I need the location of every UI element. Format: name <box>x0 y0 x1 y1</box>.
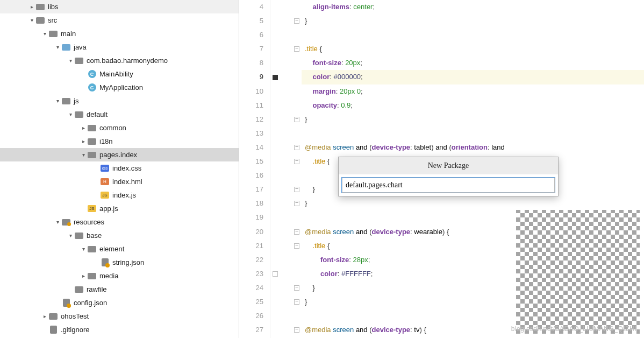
tree-label: pages.index <box>99 151 137 159</box>
tree-item-rawfile[interactable]: rawfile <box>0 283 239 296</box>
qr-code-watermark <box>516 210 640 334</box>
tree-label: string.json <box>112 258 144 266</box>
tree-label: rawfile <box>87 285 107 293</box>
code-editor[interactable]: 4567 891011 12131415 16171819 20212223 2… <box>239 0 644 338</box>
tree-item-i18n[interactable]: ▸i18n <box>0 135 239 148</box>
code-area[interactable]: align-items: center; } .title { font-siz… <box>302 0 644 338</box>
fold-icon[interactable] <box>294 299 299 305</box>
tree-item-indexhml[interactable]: Hindex.hml <box>0 175 239 188</box>
tree-label: ohosTest <box>61 312 89 320</box>
chevron-down-icon: ▾ <box>80 246 87 252</box>
tree-item-package[interactable]: ▾com.badao.harmonydemo <box>0 54 239 67</box>
tree-item-resources[interactable]: ▾resources <box>0 215 239 229</box>
tree-item-media[interactable]: ▸media <box>0 269 239 283</box>
tree-label: index.js <box>112 191 136 199</box>
tree-label: MyApplication <box>99 83 143 91</box>
breakpoint-icon[interactable] <box>273 75 278 80</box>
fold-icon[interactable] <box>294 145 299 150</box>
tree-label: media <box>99 272 118 280</box>
tree-label: main <box>61 30 76 38</box>
fold-icon[interactable] <box>294 187 299 192</box>
chevron-down-icon: ▾ <box>54 44 61 50</box>
marker-gutter <box>270 0 292 338</box>
fold-gutter <box>292 0 302 338</box>
tree-label: common <box>99 124 126 132</box>
tree-label: libs <box>48 3 59 11</box>
tree-item-ohostest[interactable]: ▸ohosTest <box>0 309 239 323</box>
chevron-right-icon: ▸ <box>28 4 35 10</box>
tree-label: java <box>74 43 87 51</box>
js-file-icon: JS <box>101 192 109 199</box>
tree-item-libs[interactable]: ▸libs <box>0 0 239 13</box>
tree-item-stringjson[interactable]: string.json <box>0 256 239 269</box>
fold-icon[interactable] <box>294 18 299 24</box>
fold-icon[interactable] <box>294 285 299 291</box>
chevron-right-icon: ▸ <box>80 273 87 279</box>
class-icon: C <box>88 83 96 91</box>
tree-item-src[interactable]: ▾src <box>0 13 239 27</box>
chevron-down-icon: ▾ <box>80 152 87 158</box>
fold-icon[interactable] <box>294 327 299 333</box>
json-file-icon <box>102 258 109 266</box>
tree-label: index.hml <box>112 178 142 186</box>
tree-item-default[interactable]: ▾default <box>0 108 239 121</box>
tree-label: config.json <box>74 299 107 307</box>
tree-item-indexjs[interactable]: JSindex.js <box>0 188 239 202</box>
tree-item-myapplication[interactable]: CMyApplication <box>0 81 239 94</box>
class-icon: C <box>88 70 96 78</box>
tree-item-appjs[interactable]: JSapp.js <box>0 202 239 215</box>
chevron-right-icon: ▸ <box>80 138 87 144</box>
tree-label: src <box>48 16 57 24</box>
fold-icon[interactable] <box>294 243 299 249</box>
line-number-gutter: 4567 891011 12131415 16171819 20212223 2… <box>239 0 270 338</box>
chevron-down-icon: ▾ <box>67 58 74 64</box>
package-name-input[interactable] <box>342 178 555 193</box>
tree-item-java[interactable]: ▾java <box>0 40 239 54</box>
tree-item-base[interactable]: ▾base <box>0 229 239 242</box>
chevron-down-icon: ▾ <box>54 98 61 104</box>
fold-icon[interactable] <box>294 46 299 52</box>
tree-item-gitignore[interactable]: .gitignore <box>0 323 239 336</box>
tree-item-pagesindex[interactable]: ▾pages.index <box>0 148 239 161</box>
tree-label: element <box>99 245 124 253</box>
tree-item-mainability[interactable]: CMainAbility <box>0 67 239 81</box>
tree-label: MainAbility <box>99 70 133 78</box>
tree-item-element[interactable]: ▾element <box>0 242 239 256</box>
tree-item-indexcss[interactable]: cssindex.css <box>0 161 239 175</box>
file-icon <box>50 326 57 334</box>
fold-icon[interactable] <box>294 229 299 235</box>
watermark-text: blog.csdn.net/BADAO_LIUMANG_QIZHI <box>511 325 636 333</box>
chevron-down-icon: ▾ <box>67 233 74 238</box>
breakpoint-outline-icon[interactable] <box>273 271 278 277</box>
tree-label: i18n <box>99 137 113 145</box>
hml-file-icon: H <box>101 178 109 185</box>
tree-item-js[interactable]: ▾js <box>0 94 239 108</box>
fold-icon[interactable] <box>294 159 299 164</box>
tree-label: resources <box>74 218 104 226</box>
project-tree[interactable]: ▸libs ▾src ▾main ▾java ▾com.badao.harmon… <box>0 0 239 338</box>
tree-label: app.js <box>99 205 118 213</box>
tree-item-common[interactable]: ▸common <box>0 121 239 135</box>
tree-item-configjson[interactable]: config.json <box>0 296 239 309</box>
dialog-title: New Package <box>339 157 558 174</box>
fold-icon[interactable] <box>294 201 299 206</box>
new-package-dialog: New Package <box>338 157 559 196</box>
css-file-icon: css <box>101 165 109 172</box>
tree-label: default <box>87 110 108 118</box>
js-file-icon: JS <box>88 205 96 212</box>
chevron-right-icon: ▸ <box>41 313 48 319</box>
chevron-down-icon: ▾ <box>67 111 74 117</box>
tree-label: .gitignore <box>61 326 89 334</box>
json-file-icon <box>63 299 70 307</box>
chevron-down-icon: ▾ <box>28 17 35 23</box>
tree-label: com.badao.harmonydemo <box>87 57 168 65</box>
chevron-right-icon: ▸ <box>80 125 87 131</box>
fold-icon[interactable] <box>294 117 299 122</box>
chevron-down-icon: ▾ <box>54 219 61 225</box>
chevron-down-icon: ▾ <box>41 31 48 37</box>
tree-label: index.css <box>112 164 141 172</box>
tree-label: js <box>74 97 78 105</box>
tree-item-main[interactable]: ▾main <box>0 27 239 40</box>
tree-label: base <box>87 231 102 240</box>
